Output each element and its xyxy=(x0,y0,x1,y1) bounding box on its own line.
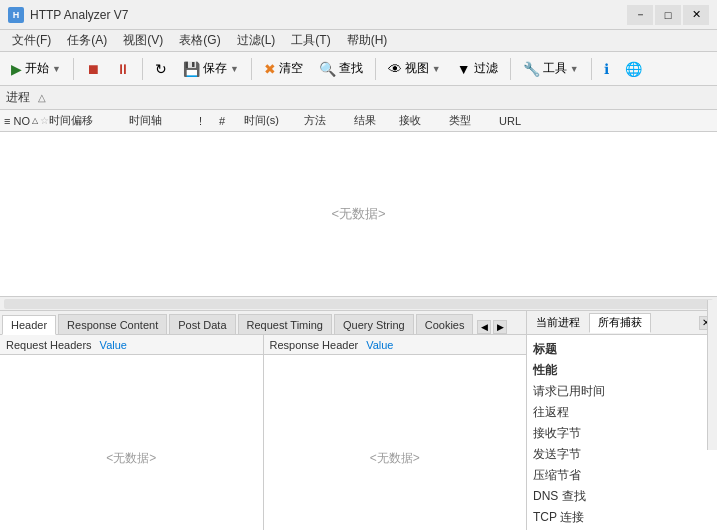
start-icon: ▶ xyxy=(11,61,22,77)
menu-file[interactable]: 文件(F) xyxy=(4,30,59,51)
close-button[interactable]: ✕ xyxy=(683,5,709,25)
right-tab-all[interactable]: 所有捕获 xyxy=(589,313,651,333)
right-item-request-time[interactable]: 请求已用时间 xyxy=(533,381,711,402)
request-header-label: Request Headers xyxy=(6,339,92,351)
menu-view[interactable]: 视图(V) xyxy=(115,30,171,51)
stop-icon: ⏹ xyxy=(86,61,100,77)
table-header: ≡ NO △☆ 时间偏移 时间轴 ! # 时间(s) 方法 结果 接收 类型 U… xyxy=(0,110,717,132)
right-tab-current[interactable]: 当前进程 xyxy=(527,313,589,333)
clear-label: 清空 xyxy=(279,60,303,77)
tab-nav: ◀ ▶ xyxy=(477,320,507,334)
menu-tools[interactable]: 工具(T) xyxy=(283,30,338,51)
find-icon: 🔍 xyxy=(319,61,336,77)
stop-button[interactable]: ⏹ xyxy=(79,56,107,82)
no-data-text: <无数据> xyxy=(331,205,385,223)
right-item-send-bytes[interactable]: 发送字节 xyxy=(533,444,711,465)
request-value-label: Value xyxy=(100,339,127,351)
tab-cookies[interactable]: Cookies xyxy=(416,314,474,334)
filter-icon: ▼ xyxy=(457,61,471,77)
tab-header[interactable]: Header xyxy=(2,315,56,335)
response-body: <无数据> xyxy=(264,355,527,530)
col-type[interactable]: 类型 xyxy=(449,113,499,128)
separator-5 xyxy=(510,58,511,80)
tools-dropdown-icon: ▼ xyxy=(570,64,579,74)
response-value-label: Value xyxy=(366,339,393,351)
col-receive[interactable]: 接收 xyxy=(399,113,449,128)
tab-request-timing[interactable]: Request Timing xyxy=(238,314,332,334)
filter-button[interactable]: ▼ 过滤 xyxy=(450,56,505,82)
col-method[interactable]: 方法 xyxy=(304,113,354,128)
col-no[interactable]: ≡ NO △☆ xyxy=(4,115,49,127)
right-item-title[interactable]: 标题 xyxy=(533,339,711,360)
find-button[interactable]: 🔍 查找 xyxy=(312,56,370,82)
right-item-compress[interactable]: 压缩节省 xyxy=(533,465,711,486)
process-label: 进程 xyxy=(6,89,30,106)
filter-label: 过滤 xyxy=(474,60,498,77)
bottom-panel: Header Response Content Post Data Reques… xyxy=(0,311,717,530)
web-button[interactable]: 🌐 xyxy=(618,56,649,82)
right-pane: 当前进程 所有捕获 ✕ 标题 性能 请求已用时间 往返程 接收字节 发送字节 压… xyxy=(527,311,717,530)
request-pane: Request Headers Value <无数据> xyxy=(0,335,264,530)
tab-post-data[interactable]: Post Data xyxy=(169,314,235,334)
left-pane: Header Response Content Post Data Reques… xyxy=(0,311,527,530)
col-time-offset[interactable]: 时间偏移 xyxy=(49,113,129,128)
title-controls: － □ ✕ xyxy=(627,5,709,25)
menu-filter[interactable]: 过滤(L) xyxy=(229,30,284,51)
menu-task[interactable]: 任务(A) xyxy=(59,30,115,51)
tab-prev-button[interactable]: ◀ xyxy=(477,320,491,334)
col-hash[interactable]: # xyxy=(219,115,244,127)
info-button[interactable]: ℹ xyxy=(597,56,616,82)
col-time[interactable]: 时间(s) xyxy=(244,113,304,128)
request-no-data: <无数据> xyxy=(106,450,156,467)
tab-next-button[interactable]: ▶ xyxy=(493,320,507,334)
start-label: 开始 xyxy=(25,60,49,77)
separator-4 xyxy=(375,58,376,80)
table-area: <无数据> xyxy=(0,132,717,297)
pane-content: Request Headers Value <无数据> Response Hea… xyxy=(0,335,526,530)
request-header: Request Headers Value xyxy=(0,335,263,355)
scrollbar-track[interactable] xyxy=(4,299,713,309)
right-tabs: 当前进程 所有捕获 ✕ xyxy=(527,311,717,335)
response-header: Response Header Value xyxy=(264,335,527,355)
col-result[interactable]: 结果 xyxy=(354,113,399,128)
right-item-dns[interactable]: DNS 查找 xyxy=(533,486,711,507)
separator-3 xyxy=(251,58,252,80)
refresh-button[interactable]: ↻ xyxy=(148,56,174,82)
save-dropdown-icon: ▼ xyxy=(230,64,239,74)
tools-icon: 🔧 xyxy=(523,61,540,77)
tab-response-content[interactable]: Response Content xyxy=(58,314,167,334)
tools-button[interactable]: 🔧 工具 ▼ xyxy=(516,56,586,82)
save-button[interactable]: 💾 保存 ▼ xyxy=(176,56,246,82)
minimize-button[interactable]: － xyxy=(627,5,653,25)
col-timeline[interactable]: 时间轴 xyxy=(129,113,199,128)
response-no-data: <无数据> xyxy=(370,450,420,467)
pause-button[interactable]: ⏸ xyxy=(109,56,137,82)
right-item-recv-bytes[interactable]: 接收字节 xyxy=(533,423,711,444)
toolbar: ▶ 开始 ▼ ⏹ ⏸ ↻ 💾 保存 ▼ ✖ 清空 🔍 查找 👁 视图 ▼ ▼ 过… xyxy=(0,52,717,86)
right-item-perf[interactable]: 性能 xyxy=(533,360,711,381)
process-bar: 进程 △ xyxy=(0,86,717,110)
separator-2 xyxy=(142,58,143,80)
col-excl[interactable]: ! xyxy=(199,115,219,127)
start-button[interactable]: ▶ 开始 ▼ xyxy=(4,56,68,82)
horizontal-scrollbar[interactable] xyxy=(0,297,717,311)
info-icon: ℹ xyxy=(604,61,609,77)
right-scrollbar[interactable] xyxy=(707,300,717,450)
maximize-button[interactable]: □ xyxy=(655,5,681,25)
col-url[interactable]: URL xyxy=(499,115,713,127)
view-button[interactable]: 👁 视图 ▼ xyxy=(381,56,448,82)
view-icon: 👁 xyxy=(388,61,402,77)
title-bar-left: H HTTP Analyzer V7 xyxy=(8,7,128,23)
tab-query-string[interactable]: Query String xyxy=(334,314,414,334)
menu-table[interactable]: 表格(G) xyxy=(171,30,228,51)
right-item-roundtrip[interactable]: 往返程 xyxy=(533,402,711,423)
save-label: 保存 xyxy=(203,60,227,77)
right-item-tcp[interactable]: TCP 连接 xyxy=(533,507,711,528)
pause-icon: ⏸ xyxy=(116,61,130,77)
clear-icon: ✖ xyxy=(264,61,276,77)
find-label: 查找 xyxy=(339,60,363,77)
separator-1 xyxy=(73,58,74,80)
menu-help[interactable]: 帮助(H) xyxy=(339,30,396,51)
right-body: 标题 性能 请求已用时间 往返程 接收字节 发送字节 压缩节省 DNS 查找 T… xyxy=(527,335,717,530)
clear-button[interactable]: ✖ 清空 xyxy=(257,56,310,82)
